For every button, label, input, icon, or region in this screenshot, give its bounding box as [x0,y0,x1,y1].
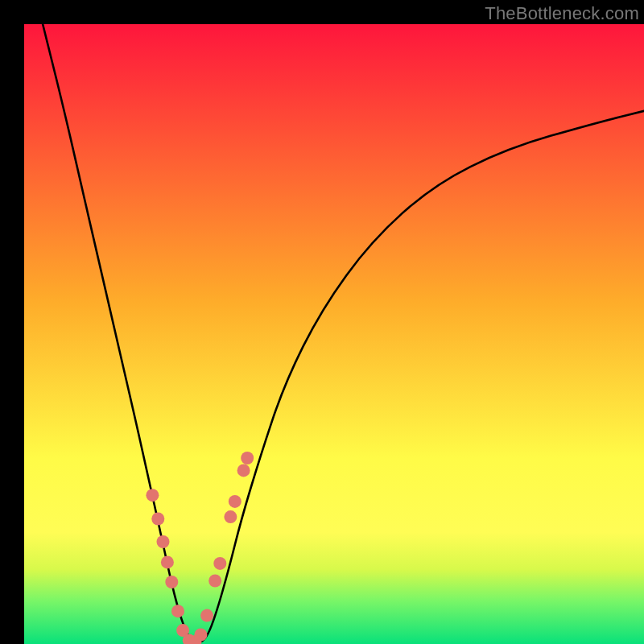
data-point-marker [171,605,184,617]
plot-area [24,24,644,644]
data-point-marker [151,513,164,526]
data-point-marker [157,535,170,548]
bottleneck-curve [24,24,644,644]
data-point-marker [146,489,159,502]
data-point-marker [161,555,174,568]
data-point-marker [224,510,237,523]
data-point-marker [237,464,250,477]
chart-frame: TheBottleneck.com [0,0,644,644]
data-point-marker [241,452,254,464]
data-point-marker [229,495,242,508]
watermark-text: TheBottleneck.com [485,3,639,24]
data-point-marker [200,609,213,622]
data-point-marker [213,557,226,570]
data-point-marker [165,576,178,588]
data-point-marker [208,575,221,588]
data-point-marker [194,629,207,642]
